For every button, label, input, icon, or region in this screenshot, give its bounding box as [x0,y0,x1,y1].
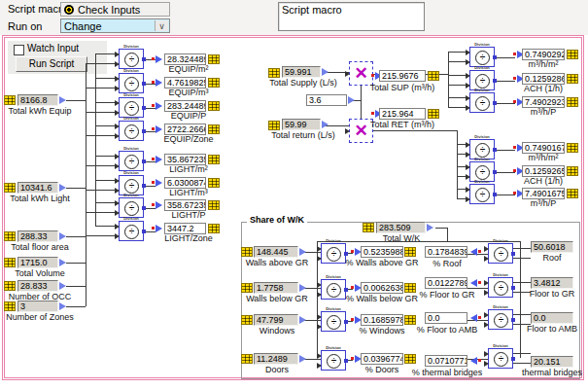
node-input-arrow [115,224,120,230]
input-17150[interactable]: 1715.0 [17,257,58,268]
chevron-down-icon[interactable]: ∨ [155,20,168,31]
wire [86,165,117,166]
divide-node[interactable]: Division÷ [119,221,144,241]
watch-icon [208,124,220,134]
wire [435,228,447,229]
watch-icon [567,143,578,153]
divide-node[interactable]: Division÷ [119,73,144,93]
check-inputs-icon [64,5,74,15]
node-output-port [142,159,146,163]
label-total-volume: Total Volume [0,269,80,278]
watch-icon [268,68,280,78]
output-00[interactable]: 0.0 [425,312,467,324]
output-00396774[interactable]: 0.0396774 [361,353,403,365]
run-script-button[interactable]: Run Script [16,56,87,72]
node-input-arrow [466,105,470,111]
wire [86,63,117,64]
divide-node[interactable]: Division÷ [469,139,495,159]
input-81668[interactable]: 8166.8 [17,94,58,106]
input-103416[interactable]: 10341.6 [17,182,58,194]
check-inputs-button[interactable]: Check Inputs [60,2,170,17]
wire [448,61,467,62]
label-m-h-m: m³/h/m² [505,60,581,69]
in-arrow-icon [152,179,162,187]
divide-node[interactable]: Division÷ [469,92,495,113]
node-output-port [493,79,497,83]
node-input-arrow [466,142,470,148]
node-caption: Division [459,135,505,139]
output-01685978[interactable]: 0.1685978 [361,314,403,326]
divide-node[interactable]: Division÷ [119,121,144,141]
watch-icon [268,121,280,130]
watch-icon [567,97,578,107]
wire [66,236,86,237]
label-total-kwh-light: Total kWh Light [0,194,80,203]
node-input-arrow [466,164,470,170]
watch-input-checkbox[interactable] [14,45,24,55]
wire [95,53,96,226]
input-506018[interactable]: 50.6018 [531,241,573,253]
divide-node[interactable]: Division÷ [119,197,144,218]
divide-node[interactable]: Division÷ [469,70,495,90]
divide-icon: ÷ [475,188,490,202]
node-input-arrow [466,95,470,101]
node-output-port [511,318,515,322]
out-arrow-icon [59,282,66,290]
output-2159676[interactable]: 215.9676 [379,70,426,82]
divide-node[interactable]: Division÷ [119,97,144,118]
input-148445[interactable]: 148.445 [254,246,298,258]
input-28833[interactable]: 288.33 [17,230,58,242]
label-walls-above-gr: Walls above GR [233,259,321,267]
input-3[interactable]: 3 [17,301,58,312]
label-equip-p: EQUIP/P [144,112,233,121]
script-name-input[interactable]: Script macro [278,2,425,31]
output-215964[interactable]: 215.964 [379,108,426,120]
input-20151[interactable]: 20.151 [531,356,573,368]
divide-node[interactable]: Division÷ [119,151,144,171]
output-00122789[interactable]: 0.0122789 [425,277,467,289]
divide-node[interactable]: Division÷ [469,161,495,182]
label-light-m: LIGHT/m³ [144,189,233,197]
node-output-port [344,288,348,292]
wire [66,188,86,189]
divide-node[interactable]: Division÷ [469,184,495,204]
input-34812[interactable]: 3.4812 [531,277,573,289]
wire [513,248,531,249]
output-05235988[interactable]: 0.5235988 [361,246,403,258]
divide-node[interactable]: Division÷ [119,49,144,69]
input-17758[interactable]: 1.7758 [254,282,298,294]
label-walls-below-gr: Walls below GR [233,295,321,303]
wire [66,286,86,287]
label-m-h-p: m³/h/P [505,108,581,117]
watch-icon [241,354,253,364]
label-windows: Windows [233,327,321,336]
divide-node[interactable]: Division÷ [488,348,513,369]
run-on-dropdown[interactable]: Change ∨ [60,18,170,33]
multiply-icon: ✕ [350,62,372,85]
output-00710771[interactable]: 0.0710771 [425,355,467,367]
input-47799[interactable]: 47.799 [254,314,298,326]
output-36[interactable]: 3.6 [306,94,347,106]
watch-icon [208,178,220,188]
wire [495,172,515,173]
input-112489[interactable]: 11.2489 [254,353,298,365]
input-28833[interactable]: 28.833 [17,280,58,292]
divide-node[interactable]: Division÷ [469,47,495,67]
divide-node[interactable]: Division÷ [119,175,144,195]
node-output-port [142,206,146,210]
out-arrow-icon [59,302,66,310]
watch-icon [567,189,578,198]
input-283509[interactable]: 283.509 [376,222,426,233]
node-input-arrow [466,59,470,65]
node-output-port [142,106,146,110]
watch-icon [241,315,253,325]
input-5999[interactable]: 59.99 [282,119,321,130]
wire [95,202,117,203]
input-00[interactable]: 0.0 [531,312,573,324]
input-59991[interactable]: 59.991 [282,66,321,78]
node-input-arrow [466,73,470,79]
output-01784839[interactable]: 0.1784839 [425,246,467,258]
label-roof: Roof [505,254,588,263]
out-arrow-icon [299,284,306,292]
node-caption: Division [310,307,357,311]
